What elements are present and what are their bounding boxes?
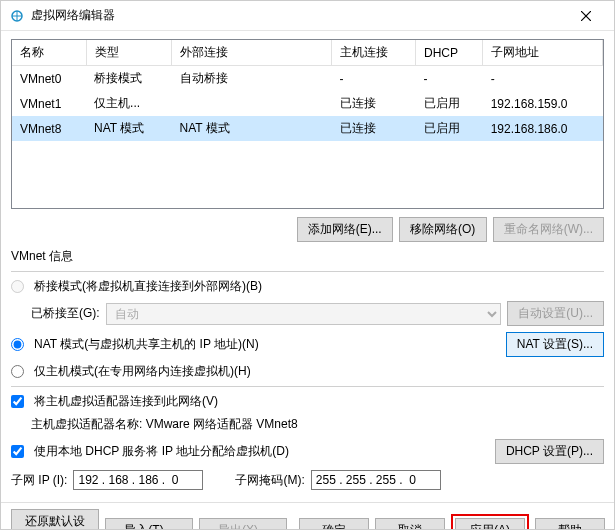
cell-host: 已连接: [332, 116, 416, 141]
hostonly-label: 仅主机模式(在专用网络内连接虚拟机)(H): [34, 363, 251, 380]
import-button[interactable]: 导入(T)...: [105, 518, 193, 531]
cell-ext: NAT 模式: [172, 116, 332, 141]
nat-radio[interactable]: [11, 338, 24, 351]
nat-settings-button[interactable]: NAT 设置(S)...: [506, 332, 604, 357]
cell-name: VMnet0: [12, 66, 86, 92]
add-network-button[interactable]: 添加网络(E)...: [297, 217, 393, 242]
restore-defaults-button[interactable]: 还原默认设置(R): [11, 509, 99, 530]
window-title: 虚拟网络编辑器: [31, 7, 566, 24]
bridged-to-select: 自动: [106, 303, 502, 325]
cell-subnet: 192.168.186.0: [483, 116, 603, 141]
dhcp-settings-button[interactable]: DHCP 设置(P)...: [495, 439, 604, 464]
nat-label: NAT 模式(与虚拟机共享主机的 IP 地址)(N): [34, 336, 259, 353]
cell-name: VMnet8: [12, 116, 86, 141]
connect-host-label: 将主机虚拟适配器连接到此网络(V): [34, 393, 218, 410]
rename-network-button: 重命名网络(W)...: [493, 217, 604, 242]
apply-button[interactable]: 应用(A): [455, 518, 525, 531]
network-table[interactable]: 名称 类型 外部连接 主机连接 DHCP 子网地址 VMnet0桥接模式自动桥接…: [11, 39, 604, 209]
adapter-name-label: 主机虚拟适配器名称: VMware 网络适配器 VMnet8: [31, 416, 298, 433]
table-row[interactable]: VMnet8NAT 模式NAT 模式已连接已启用192.168.186.0: [12, 116, 603, 141]
cell-type: NAT 模式: [86, 116, 172, 141]
bridge-label: 桥接模式(将虚拟机直接连接到外部网络)(B): [34, 278, 262, 295]
ok-button[interactable]: 确定: [299, 518, 369, 531]
remove-network-button[interactable]: 移除网络(O): [399, 217, 487, 242]
use-dhcp-checkbox[interactable]: [11, 445, 24, 458]
vmnet-info-section: 桥接模式(将虚拟机直接连接到外部网络)(B) 已桥接至(G): 自动 自动设置(…: [11, 271, 604, 490]
use-dhcp-label: 使用本地 DHCP 服务将 IP 地址分配给虚拟机(D): [34, 443, 289, 460]
cell-host: -: [332, 66, 416, 92]
subnet-mask-label: 子网掩码(M):: [235, 472, 304, 489]
subnet-ip-input[interactable]: [73, 470, 203, 490]
auto-set-button: 自动设置(U)...: [507, 301, 604, 326]
subnet-ip-label: 子网 IP (I):: [11, 472, 67, 489]
cell-dhcp: 已启用: [416, 91, 483, 116]
bridged-to-label: 已桥接至(G):: [31, 305, 100, 322]
cell-dhcp: 已启用: [416, 116, 483, 141]
cell-subnet: -: [483, 66, 603, 92]
subnet-mask-input[interactable]: [311, 470, 441, 490]
cell-type: 仅主机...: [86, 91, 172, 116]
col-ext[interactable]: 外部连接: [172, 40, 332, 66]
cell-ext: 自动桥接: [172, 66, 332, 92]
hostonly-radio[interactable]: [11, 365, 24, 378]
cancel-button[interactable]: 取消: [375, 518, 445, 531]
close-icon: [581, 11, 591, 21]
table-row[interactable]: VMnet0桥接模式自动桥接---: [12, 66, 603, 92]
titlebar: 虚拟网络编辑器: [1, 1, 614, 31]
cell-name: VMnet1: [12, 91, 86, 116]
export-button: 导出(X)...: [199, 518, 287, 531]
col-type[interactable]: 类型: [86, 40, 172, 66]
net-buttons-row: 添加网络(E)... 移除网络(O) 重命名网络(W)...: [11, 217, 604, 242]
cell-subnet: 192.168.159.0: [483, 91, 603, 116]
connect-host-checkbox[interactable]: [11, 395, 24, 408]
cell-dhcp: -: [416, 66, 483, 92]
close-button[interactable]: [566, 1, 606, 31]
cell-ext: [172, 91, 332, 116]
vmnet-info-label: VMnet 信息: [11, 248, 604, 265]
bridge-radio: [11, 280, 24, 293]
app-icon: [9, 8, 25, 24]
col-name[interactable]: 名称: [12, 40, 86, 66]
table-row[interactable]: VMnet1仅主机...已连接已启用192.168.159.0: [12, 91, 603, 116]
bottom-bar: 还原默认设置(R) 导入(T)... 导出(X)... 确定 取消 应用(A) …: [1, 502, 614, 530]
cell-host: 已连接: [332, 91, 416, 116]
apply-highlight: 应用(A): [451, 514, 529, 531]
col-dhcp[interactable]: DHCP: [416, 40, 483, 66]
col-host[interactable]: 主机连接: [332, 40, 416, 66]
cell-type: 桥接模式: [86, 66, 172, 92]
help-button[interactable]: 帮助: [535, 518, 605, 531]
col-subnet[interactable]: 子网地址: [483, 40, 603, 66]
